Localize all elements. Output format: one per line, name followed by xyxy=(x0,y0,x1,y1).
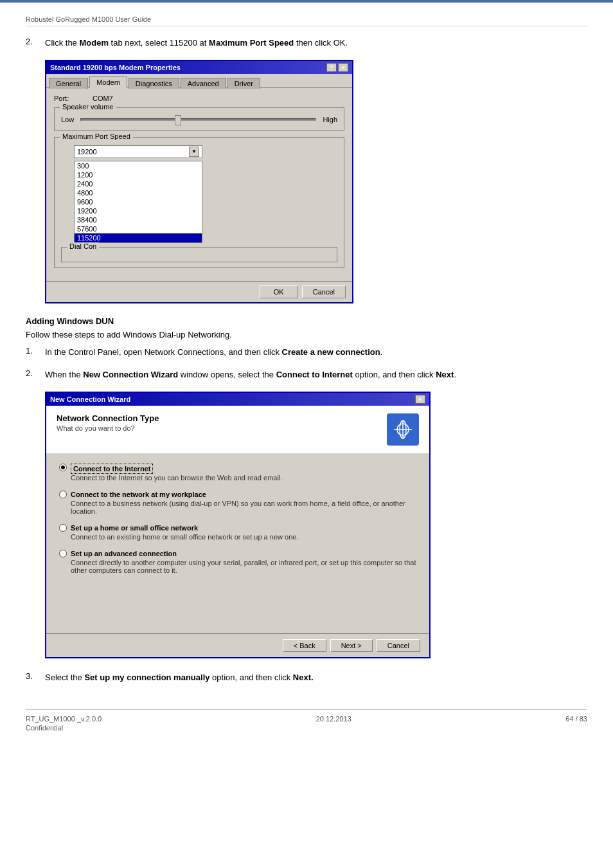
dropdown-item-38400[interactable]: 38400 xyxy=(75,215,202,224)
wizard-network-icon xyxy=(387,413,419,446)
low-label: Low xyxy=(61,116,74,123)
radio-option-4: Set up an advanced connection Connect di… xyxy=(59,550,416,574)
radio-option-2-title: Connect to the network at my workplace xyxy=(71,491,416,498)
step1-block: 1. In the Control Panel, open Network Co… xyxy=(26,346,587,359)
back-button[interactable]: < Back xyxy=(283,639,326,652)
dropdown-item-115200[interactable]: 115200 xyxy=(75,233,202,242)
adding-section: Adding Windows DUN Follow these steps to… xyxy=(26,316,587,339)
close-button[interactable]: × xyxy=(338,63,348,72)
next-button[interactable]: Next > xyxy=(330,639,373,652)
radio-option-1-title: Connect to the Internet xyxy=(73,465,150,473)
radio-option-4-title: Set up an advanced connection xyxy=(71,550,416,557)
adding-para: Follow these steps to add Windows Dial-u… xyxy=(26,330,587,339)
ok-button[interactable]: OK xyxy=(260,285,298,298)
radio-option-3-content: Set up a home or small office network Co… xyxy=(71,524,298,541)
dropdown-item-300[interactable]: 300 xyxy=(75,161,202,170)
radio-option-1-desc: Connect to the Internet so you can brows… xyxy=(71,474,282,482)
radio-option-4-content: Set up an advanced connection Connect di… xyxy=(71,550,416,574)
footer-left: RT_UG_M1000 _v.2.0.0 Confidential xyxy=(26,715,102,732)
port-value: COM7 xyxy=(93,95,113,102)
dropdown-item-19200[interactable]: 19200 xyxy=(75,206,202,215)
next-bold-step3: Next. xyxy=(293,673,314,682)
wizard-dialog: New Connection Wizard × Network Connecti… xyxy=(45,392,431,658)
header-title: Robustel GoRugged M1000 User Guide xyxy=(26,15,151,23)
page-header: Robustel GoRugged M1000 User Guide xyxy=(26,15,587,26)
max-port-group: Maximum Port Speed 19200 ▼ 300 1200 2400… xyxy=(54,137,344,268)
speaker-slider-thumb[interactable] xyxy=(175,115,181,125)
tab-diagnostics[interactable]: Diagnostics xyxy=(129,78,179,89)
help-button[interactable]: ? xyxy=(326,63,337,72)
wizard-titlebar: New Connection Wizard × xyxy=(46,393,429,406)
step2-wizard-text: When the New Connection Wizard window op… xyxy=(45,368,456,381)
port-speed-dropdown[interactable]: 19200 ▼ xyxy=(74,145,202,158)
adding-heading: Adding Windows DUN xyxy=(26,316,587,326)
modem-dialog: Standard 19200 bps Modem Properties ? × … xyxy=(45,60,353,303)
radio-circle-1[interactable] xyxy=(59,464,67,471)
wizard-close-button[interactable]: × xyxy=(415,395,425,404)
radio-option-1-content: Connect to the Internet Connect to the I… xyxy=(71,464,282,482)
step2-wizard-block: 2. When the New Connection Wizard window… xyxy=(26,368,587,381)
dropdown-item-4800[interactable]: 4800 xyxy=(75,188,202,197)
tab-modem[interactable]: Modem xyxy=(89,77,127,88)
step2-block: 2. Click the Modem tab next, select 1152… xyxy=(26,37,587,50)
cancel-button-modem[interactable]: Cancel xyxy=(302,285,346,298)
high-label: High xyxy=(323,116,337,123)
speed-bold: Maximum Port Speed xyxy=(209,38,294,48)
radio-circle-3[interactable] xyxy=(59,524,67,532)
wizard-content: Connect to the Internet Connect to the I… xyxy=(46,453,429,633)
port-row: Port: COM7 xyxy=(54,95,344,102)
connect-internet-bold: Connect to Internet xyxy=(276,370,353,379)
slider-container: Low High xyxy=(61,112,337,125)
manual-connection-bold: Set up my connection manually xyxy=(84,673,209,682)
dropdown-item-2400[interactable]: 2400 xyxy=(75,179,202,188)
radio-option-3-title: Set up a home or small office network xyxy=(71,524,298,532)
radio-option-1: Connect to the Internet Connect to the I… xyxy=(59,464,416,482)
footer-page-num: 64 / 83 xyxy=(565,715,587,732)
new-connection-wizard-bold: New Connection Wizard xyxy=(83,370,178,379)
speaker-group-label: Speaker volume xyxy=(60,103,116,111)
dropdown-item-1200[interactable]: 1200 xyxy=(75,170,202,179)
dropdown-item-57600[interactable]: 57600 xyxy=(75,224,202,233)
step2-wizard-line: 2. When the New Connection Wizard window… xyxy=(26,368,587,381)
wizard-title: New Connection Wizard xyxy=(50,395,130,403)
modem-dialog-footer: OK Cancel xyxy=(46,281,352,302)
radio-circle-4[interactable] xyxy=(59,550,67,557)
radio-circle-2[interactable] xyxy=(59,491,67,498)
step2-text: Click the Modem tab next, select 115200 … xyxy=(45,37,348,50)
wizard-header-title: Network Connection Type xyxy=(57,413,159,423)
tab-driver[interactable]: Driver xyxy=(227,78,260,89)
footer-confidential: Confidential xyxy=(26,724,102,732)
radio-option-4-desc: Connect directly to another computer usi… xyxy=(71,559,416,574)
create-connection-bold: Create a new connection xyxy=(282,347,380,357)
wizard-titlebar-buttons: × xyxy=(415,395,425,404)
titlebar-buttons: ? × xyxy=(326,63,348,72)
dropdown-arrow-icon[interactable]: ▼ xyxy=(189,147,199,157)
tab-general[interactable]: General xyxy=(49,78,88,89)
wizard-footer: < Back Next > Cancel xyxy=(46,633,429,657)
radio-option-2-content: Connect to the network at my workplace C… xyxy=(71,491,416,515)
speaker-group: Speaker volume Low High xyxy=(54,107,344,131)
dropdown-selected-value: 19200 xyxy=(77,148,97,156)
cancel-button-wizard[interactable]: Cancel xyxy=(377,639,420,652)
dial-control-label: Dial Con xyxy=(67,242,99,250)
modem-dialog-titlebar: Standard 19200 bps Modem Properties ? × xyxy=(46,61,352,74)
port-label: Port: xyxy=(54,95,93,102)
step2-line: 2. Click the Modem tab next, select 1152… xyxy=(26,37,587,50)
step1-number: 1. xyxy=(26,346,45,356)
step1-text: In the Control Panel, open Network Conne… xyxy=(45,346,382,359)
next-bold: Next xyxy=(436,370,454,379)
radio-option-3-desc: Connect to an existing home or small off… xyxy=(71,533,298,541)
modem-dialog-title: Standard 19200 bps Modem Properties xyxy=(50,64,181,71)
modem-bold: Modem xyxy=(79,38,109,48)
dial-control-group: Dial Con xyxy=(61,247,337,262)
max-port-label: Maximum Port Speed xyxy=(60,132,133,140)
step3-number: 3. xyxy=(26,671,45,681)
tab-advanced[interactable]: Advanced xyxy=(181,78,226,89)
radio-option-2-desc: Connect to a business network (using dia… xyxy=(71,500,416,515)
footer-date: 20.12.2013 xyxy=(316,715,351,732)
speaker-slider-track[interactable] xyxy=(80,118,316,121)
wizard-header-text: Network Connection Type What do you want… xyxy=(57,413,159,432)
step3-line: 3. Select the Set up my connection manua… xyxy=(26,671,587,684)
dropdown-item-9600[interactable]: 9600 xyxy=(75,197,202,206)
page-footer: RT_UG_M1000 _v.2.0.0 Confidential 20.12.… xyxy=(26,709,587,732)
